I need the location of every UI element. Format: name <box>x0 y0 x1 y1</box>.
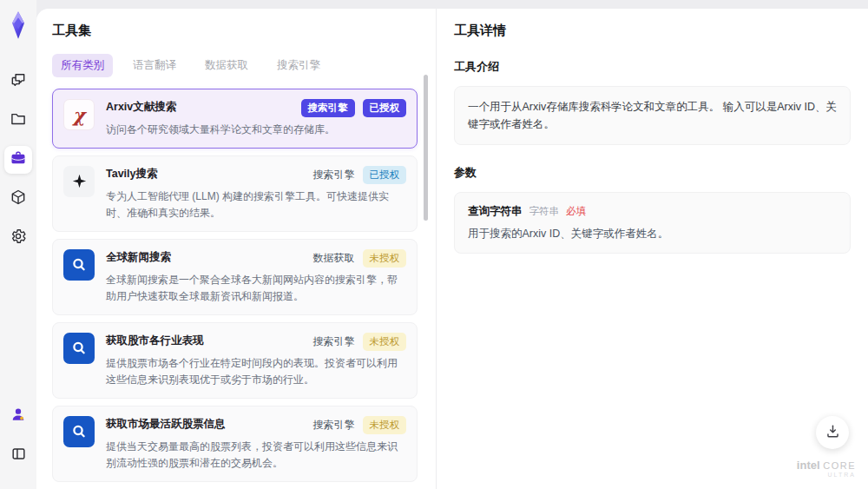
tab-translation[interactable]: 语言翻译 <box>124 54 185 77</box>
intro-text: 一个用于从Arxiv存储库搜索科学论文和文章的工具。 输入可以是Arxiv ID… <box>454 86 851 145</box>
tool-list-panel: 工具集 所有类别 语言翻译 数据获取 搜索引擎 χ Arxiv文献搜索 搜索引擎… <box>36 9 436 489</box>
tool-name: Arxiv文献搜索 <box>106 99 294 115</box>
sidebar-item-settings[interactable] <box>4 224 32 252</box>
sidebar-item-chat[interactable] <box>4 68 32 96</box>
main-container: 工具集 所有类别 语言翻译 数据获取 搜索引擎 χ Arxiv文献搜索 搜索引擎… <box>36 9 868 489</box>
tab-search-engine[interactable]: 搜索引擎 <box>268 54 329 77</box>
param-description: 用于搜索的Arxiv ID、关键字或作者姓名。 <box>468 227 837 241</box>
tool-card-arxiv[interactable]: χ Arxiv文献搜索 搜索引擎 已授权 访问各个研究领域大量科学论文和文章的存… <box>52 89 418 149</box>
category-badge: 搜索引擎 <box>301 99 355 117</box>
page-title: 工具集 <box>52 23 436 39</box>
tool-description: 提供股票市场各个行业在特定时间段内的表现。投资者可以利用这些信息来识别表现优于或… <box>106 355 406 388</box>
app-sidebar <box>0 0 36 489</box>
param-type: 字符串 <box>529 205 560 218</box>
tool-name: 获取市场最活跃股票信息 <box>106 416 306 432</box>
params-heading: 参数 <box>454 165 851 181</box>
stock-search-icon <box>63 333 95 364</box>
tool-description: 提供当天交易量最高的股票列表，投资者可以利用这些信息来识别流动性强的股票和潜在的… <box>106 439 406 472</box>
intro-heading: 工具介绍 <box>454 59 851 75</box>
tool-card-global-news[interactable]: 全球新闻搜索 数据获取 未授权 全球新闻搜索是一个聚合全球各大新闻网站内容的搜索… <box>52 239 418 315</box>
category-label: 搜索引擎 <box>313 168 355 182</box>
collapse-sidebar-button[interactable] <box>4 441 32 469</box>
detail-title: 工具详情 <box>454 23 851 39</box>
tool-list: χ Arxiv文献搜索 搜索引擎 已授权 访问各个研究领域大量科学论文和文章的存… <box>52 89 418 489</box>
status-badge: 未授权 <box>363 249 407 268</box>
tool-card-most-active-stocks[interactable]: 获取市场最活跃股票信息 搜索引擎 未授权 提供当天交易量最高的股票列表，投资者可… <box>52 406 418 482</box>
tab-all-categories[interactable]: 所有类别 <box>52 54 113 77</box>
tool-card-tavily[interactable]: Tavily搜索 搜索引擎 已授权 专为人工智能代理 (LLM) 构建的搜索引擎… <box>52 155 418 232</box>
chat-icon <box>10 71 27 92</box>
folder-icon <box>10 110 27 131</box>
tool-detail-panel: 工具详情 工具介绍 一个用于从Arxiv存储库搜索科学论文和文章的工具。 输入可… <box>437 9 868 489</box>
arxiv-icon: χ <box>63 99 95 130</box>
briefcase-icon <box>10 149 27 170</box>
download-icon <box>825 423 841 443</box>
app-logo-icon <box>6 10 30 40</box>
status-badge: 已授权 <box>363 99 407 117</box>
intel-core-logo: intel CORE ULTRA <box>797 459 856 479</box>
tool-description: 全球新闻搜索是一个聚合全球各大新闻网站内容的搜索引擎，帮助用户快速获取全球最新资… <box>106 272 406 305</box>
tavily-star-icon <box>63 166 95 197</box>
status-badge: 未授权 <box>363 333 407 351</box>
tool-description: 访问各个研究领域大量科学论文和文章的存储库。 <box>106 122 406 138</box>
tool-name: 获取股市各行业表现 <box>106 333 306 348</box>
param-required-badge: 必填 <box>566 205 586 218</box>
panel-toggle-icon <box>10 446 27 466</box>
tool-name: Tavily搜索 <box>106 166 306 182</box>
param-card: 查询字符串 字符串 必填 用于搜索的Arxiv ID、关键字或作者姓名。 <box>454 192 851 254</box>
cube-icon <box>10 188 27 209</box>
category-label: 数据获取 <box>313 251 355 266</box>
status-badge: 未授权 <box>363 416 407 434</box>
category-tabs: 所有类别 语言翻译 数据获取 搜索引擎 <box>52 54 436 77</box>
tab-data-acquisition[interactable]: 数据获取 <box>196 54 257 77</box>
stock-search-icon <box>63 416 95 447</box>
download-button[interactable] <box>816 416 849 449</box>
news-search-icon <box>63 249 95 281</box>
sidebar-item-plugins[interactable] <box>4 185 32 213</box>
category-label: 搜索引擎 <box>313 334 355 349</box>
sidebar-item-files[interactable] <box>4 107 32 135</box>
scrollbar[interactable] <box>424 75 428 221</box>
param-name: 查询字符串 <box>468 204 523 219</box>
tool-card-sector-performance[interactable]: 获取股市各行业表现 搜索引擎 未授权 提供股票市场各个行业在特定时间段内的表现。… <box>52 322 418 399</box>
user-icon <box>10 406 27 426</box>
sidebar-item-account[interactable] <box>4 402 32 430</box>
tool-description: 专为人工智能代理 (LLM) 构建的搜索引擎工具。可快速提供实时、准确和真实的结… <box>106 188 406 221</box>
tool-name: 全球新闻搜索 <box>106 249 306 265</box>
category-label: 搜索引擎 <box>313 418 355 433</box>
gear-icon <box>10 228 27 248</box>
sidebar-item-tools[interactable] <box>4 146 32 174</box>
status-badge: 已授权 <box>363 166 407 184</box>
